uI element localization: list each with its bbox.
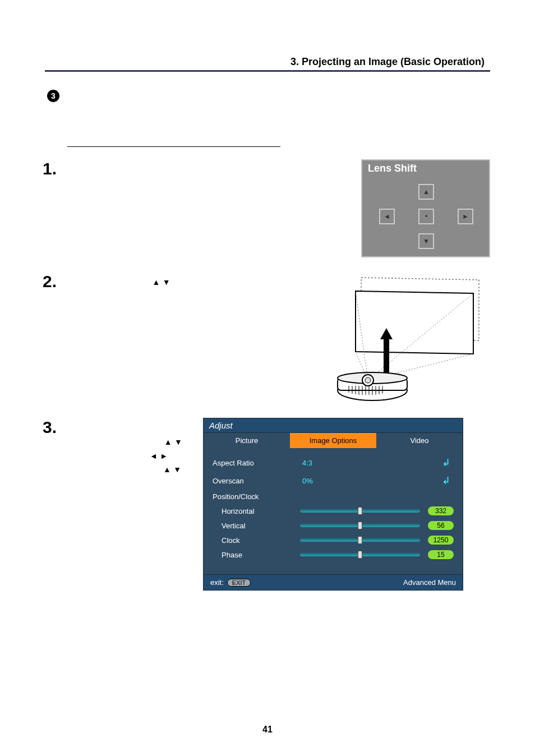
- menu-item-position-clock: Position/Clock: [210, 490, 456, 504]
- enter-icon: ↲: [442, 457, 454, 469]
- overscan-label: Overscan: [213, 477, 302, 485]
- horizontal-value: 332: [428, 506, 454, 515]
- exit-label: exit:: [210, 578, 224, 587]
- enter-icon: ↲: [442, 474, 454, 487]
- lens-shift-right-button[interactable]: ►: [458, 209, 473, 224]
- step-2-text: Press the directional ▲ ▼ key to shift t…: [68, 272, 322, 303]
- page-number: 41: [0, 725, 535, 735]
- chapter-title: 3. Projecting an Image (Basic Operation): [45, 56, 490, 68]
- exit-button[interactable]: EXIT: [227, 579, 251, 587]
- vertical-value: 56: [428, 521, 454, 530]
- lens-shift-left-button[interactable]: ◄: [379, 209, 395, 224]
- menu-item-clock[interactable]: Clock 1250: [210, 533, 456, 547]
- section-bullet-icon: 3: [47, 90, 59, 102]
- arrow-up-icon: ▲: [163, 465, 171, 474]
- menu-item-phase[interactable]: Phase 15: [210, 547, 456, 562]
- phase-label: Phase: [222, 551, 300, 559]
- tab-picture[interactable]: Picture: [204, 433, 290, 448]
- sub-heading-rule: [67, 146, 280, 147]
- projector-diagram: [322, 272, 490, 401]
- clock-label: Clock: [222, 536, 300, 545]
- arrow-left-icon: ◄: [150, 451, 158, 460]
- sub-heading: Adjusting the Vertical Picture Position: [67, 133, 490, 145]
- step-2-number: 2.: [43, 272, 68, 291]
- lens-shift-dialog: Lens Shift ▲ ◄ • ► ▼: [361, 159, 490, 257]
- chapter-rule: [45, 70, 490, 72]
- phase-value: 15: [428, 550, 454, 559]
- tab-video[interactable]: Video: [376, 433, 463, 448]
- step-2-text-a: Press the directional: [68, 277, 152, 287]
- step-3-text-c: buttons (remote control: [68, 464, 163, 474]
- tab-image-options[interactable]: Image Options: [290, 433, 376, 448]
- step-3-text-b: and the incremental: [68, 451, 150, 460]
- arrow-up-icon: ▲: [152, 278, 160, 287]
- section-intro: The Lens Shift feature can be used to ad…: [52, 110, 490, 120]
- advanced-menu-label[interactable]: Advanced Menu: [403, 578, 456, 587]
- lens-shift-title: Lens Shift: [368, 163, 417, 174]
- adjust-menu: Adjust Picture Image Options Video Aspec…: [203, 418, 463, 591]
- menu-item-overscan[interactable]: Overscan 0% ↲: [210, 472, 456, 490]
- svg-marker-1: [356, 291, 473, 354]
- adjust-menu-header: Adjust: [204, 418, 463, 433]
- menu-item-vertical[interactable]: Vertical 56: [210, 518, 456, 533]
- arrow-right-icon: ►: [160, 451, 168, 460]
- step-1-text: Press the LENS SHIFT button on the contr…: [68, 159, 361, 191]
- aspect-ratio-value: 4:3: [302, 459, 353, 467]
- lens-shift-center-button[interactable]: •: [418, 209, 434, 224]
- svg-point-12: [365, 377, 371, 383]
- arrow-down-icon: ▼: [174, 437, 182, 446]
- phase-slider[interactable]: [300, 553, 420, 556]
- arrow-down-icon: ▼: [163, 278, 170, 287]
- clock-value: 1250: [428, 536, 454, 545]
- vertical-label: Vertical: [222, 522, 300, 530]
- horizontal-slider[interactable]: [300, 509, 420, 513]
- vertical-slider[interactable]: [300, 524, 420, 527]
- position-clock-label: Position/Clock: [213, 492, 302, 501]
- step-1-number: 1.: [43, 159, 68, 178]
- aspect-ratio-label: Aspect Ratio: [213, 459, 302, 467]
- horizontal-label: Horizontal: [222, 507, 300, 515]
- arrow-up-icon: ▲: [164, 437, 172, 446]
- menu-item-aspect-ratio[interactable]: Aspect Ratio 4:3 ↲: [210, 454, 456, 472]
- lens-shift-down-button[interactable]: ▼: [418, 233, 434, 249]
- step-3-number: 3.: [43, 418, 68, 437]
- step-3-text-a: To alter the picture's vertical position…: [68, 423, 179, 446]
- lens-shift-up-button[interactable]: ▲: [418, 184, 434, 200]
- overscan-value: 0%: [302, 477, 353, 485]
- step-3-text-d: ) to modify the Vertical value in the Im…: [68, 464, 197, 529]
- step-3-text: To alter the picture's vertical position…: [68, 418, 203, 532]
- section-title: Adjusting the Picture Position Using Len…: [65, 89, 342, 103]
- menu-item-horizontal[interactable]: Horizontal 332: [210, 504, 456, 518]
- clock-slider[interactable]: [300, 538, 420, 542]
- arrow-down-icon: ▼: [173, 465, 181, 474]
